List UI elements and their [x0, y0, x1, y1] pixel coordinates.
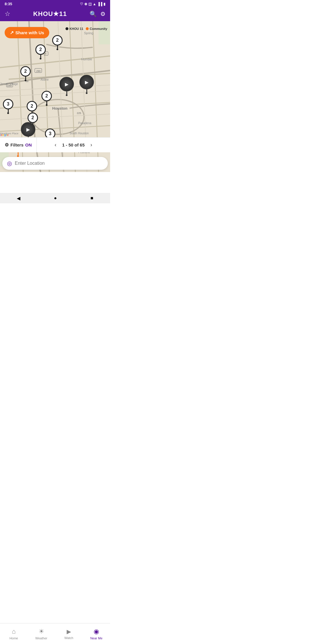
pagination-text: 1 - 50 of 65	[62, 142, 85, 147]
parental-icon: ⊕	[84, 2, 87, 6]
legend-khou11: KHOU 11	[65, 27, 83, 30]
map-pin-3[interactable]: 2	[20, 66, 31, 81]
status-icons: ♡ ⊕ ◫ ▲ ▐▐ ▮	[80, 2, 105, 6]
map-container[interactable]: Spring Humble Jersey Village Aldine Hous…	[0, 21, 110, 172]
svg-text:290: 290	[36, 70, 41, 73]
wifi-icon: ▲	[93, 2, 96, 6]
map-pin-6[interactable]: 3	[3, 99, 13, 114]
app-logo: KHOU★11	[33, 10, 67, 18]
app-header: ☆ KHOU★11 🔍 ⚙	[0, 8, 110, 21]
prev-page-button[interactable]: ‹	[52, 141, 59, 149]
share-label: Share with Us	[15, 30, 44, 35]
khou11-dot	[65, 27, 68, 30]
map-pin-2[interactable]: 2	[35, 44, 46, 59]
next-page-button[interactable]: ›	[88, 141, 94, 149]
settings-icon[interactable]: ⚙	[100, 10, 105, 17]
svg-text:l: l	[6, 133, 7, 136]
filters-icon: ⚙	[5, 142, 9, 148]
location-icon: ◎	[7, 160, 12, 167]
header-left: ☆	[5, 10, 10, 18]
status-time: 8:35	[5, 2, 12, 6]
svg-rect-38	[99, 21, 110, 44]
khou11-label: KHOU 11	[70, 27, 83, 30]
home-button[interactable]: ●	[52, 193, 59, 203]
share-arrow-icon: ↗	[10, 30, 14, 35]
map-pin-4[interactable]: 2	[41, 91, 52, 106]
notification-icon: ◫	[88, 2, 92, 6]
search-icon[interactable]: 🔍	[90, 10, 97, 17]
svg-text:Pasadena: Pasadena	[78, 122, 91, 125]
svg-text:249: 249	[7, 84, 12, 87]
filters-on-badge: ON	[25, 142, 32, 147]
video-pin-2[interactable]	[79, 75, 94, 94]
community-label: Community	[90, 27, 108, 30]
filters-label: Filters	[10, 142, 23, 147]
system-nav-bar: ◀ ● ■	[0, 193, 110, 203]
header-right: 🔍 ⚙	[90, 10, 105, 17]
location-bar: ◎	[2, 157, 108, 170]
google-credit: © G o o g l e	[0, 133, 10, 137]
recent-button[interactable]: ■	[88, 193, 96, 203]
heart-icon: ♡	[80, 2, 83, 6]
community-dot	[86, 27, 89, 30]
svg-text:Spring: Spring	[84, 31, 93, 35]
video-pin-1[interactable]	[59, 77, 74, 96]
svg-text:g: g	[4, 133, 6, 136]
filters-button[interactable]: ⚙ Filters ON	[0, 138, 37, 152]
svg-text:225: 225	[77, 112, 81, 115]
battery-icon: ▮	[103, 2, 105, 6]
svg-text:Humble: Humble	[81, 57, 92, 61]
svg-text:Aldine: Aldine	[41, 78, 49, 81]
back-button[interactable]: ◀	[14, 193, 23, 203]
legend-community: Community	[86, 27, 108, 30]
pagination-control: ‹ 1 - 50 of 65 ›	[37, 141, 110, 149]
map-pin-1[interactable]: 2	[52, 35, 63, 50]
status-bar: 8:35 ♡ ⊕ ◫ ▲ ▐▐ ▮	[0, 0, 110, 8]
svg-text:South Houston: South Houston	[70, 132, 89, 135]
signal-icon: ▐▐	[97, 2, 102, 6]
map-legend: KHOU 11 Community	[65, 27, 107, 30]
filters-bar: ⚙ Filters ON ‹ 1 - 50 of 65 ›	[0, 137, 110, 152]
share-button[interactable]: ↗ Share with Us	[5, 27, 49, 38]
svg-text:Houston: Houston	[52, 106, 68, 111]
location-input[interactable]	[15, 161, 103, 166]
favorite-icon[interactable]: ☆	[5, 10, 10, 18]
svg-text:e: e	[7, 133, 9, 136]
